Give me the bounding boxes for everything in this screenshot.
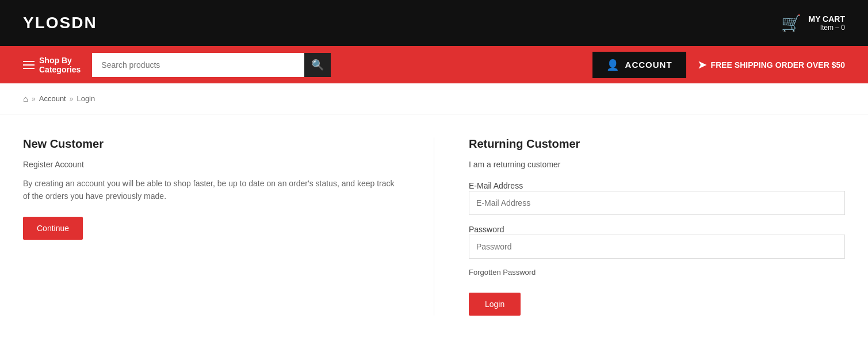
shop-by-label: Shop ByCategories [39,56,81,74]
cart-title: MY CART [808,14,845,24]
new-customer-section: New Customer Register Account By creatin… [23,137,434,316]
account-icon: 👤 [606,59,620,71]
site-logo: YLOSDN [23,14,97,32]
email-input[interactable] [469,191,845,215]
register-account-label: Register Account [23,160,399,169]
email-label: E-Mail Address [469,181,523,190]
new-customer-description: By creating an account you will be able … [23,177,399,203]
breadcrumb: ⌂ » Account » Login [0,83,868,114]
returning-subtitle: I am a returning customer [469,160,845,169]
search-input[interactable] [92,53,304,77]
nav-bar: Shop ByCategories 🔍 👤 ACCOUNT ➤ FREE SHI… [0,46,868,83]
account-label: ACCOUNT [625,60,672,70]
search-area: 🔍 [92,53,331,77]
breadcrumb-sep-2: » [70,95,74,103]
breadcrumb-account[interactable]: Account [39,94,66,103]
new-customer-title: New Customer [23,137,399,151]
cart-area[interactable]: 🛒 MY CART Item – 0 [781,14,845,33]
shop-by-categories-btn[interactable]: Shop ByCategories [23,56,81,74]
home-icon[interactable]: ⌂ [23,94,28,103]
main-content: New Customer Register Account By creatin… [0,114,868,339]
cart-text: MY CART Item – 0 [808,14,845,32]
hamburger-icon [23,61,35,69]
account-button[interactable]: 👤 ACCOUNT [592,52,686,78]
cart-icon: 🛒 [781,14,801,33]
password-label: Password [469,225,504,234]
returning-customer-section: Returning Customer I am a returning cust… [434,137,845,316]
password-input[interactable] [469,235,845,259]
top-header: YLOSDN 🛒 MY CART Item – 0 [0,0,868,46]
shipping-icon: ➤ [698,59,706,71]
login-button[interactable]: Login [469,293,521,316]
cart-sub: Item – 0 [808,24,845,32]
breadcrumb-current: Login [77,94,95,103]
free-shipping-text: FREE SHIPPING ORDER OVER $50 [711,60,845,70]
forgotten-password-link[interactable]: Forgotten Password [469,268,845,277]
continue-button[interactable]: Continue [23,217,83,240]
breadcrumb-sep-1: » [32,95,36,103]
free-shipping-banner: ➤ FREE SHIPPING ORDER OVER $50 [698,59,845,71]
search-button[interactable]: 🔍 [304,53,331,77]
search-icon: 🔍 [311,59,324,71]
returning-customer-title: Returning Customer [469,137,845,151]
